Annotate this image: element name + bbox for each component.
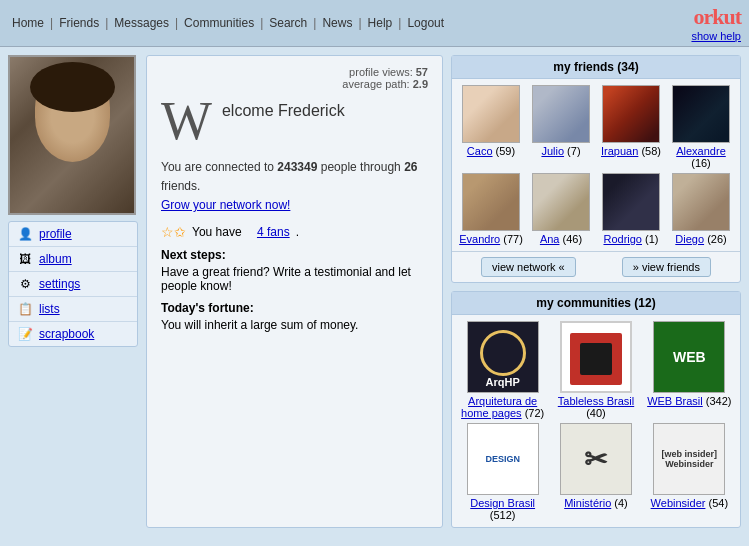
right-panel: my friends (34) Caco (59) Julio (7)	[451, 55, 741, 528]
profile-photo	[8, 55, 136, 215]
logo-area: orkut show help	[691, 4, 741, 42]
friend-count-caco: (59)	[496, 145, 516, 157]
friend-label-rodrigo: Rodrigo (1)	[603, 233, 658, 245]
friend-count-diego: (26)	[707, 233, 727, 245]
fortune-title: Today's fortune:	[161, 301, 428, 315]
friend-link-diego[interactable]: Diego	[675, 233, 704, 245]
friend-count-ana: (46)	[563, 233, 583, 245]
community-logo-webinsider: [web insider] Webinsider	[653, 423, 725, 495]
nav-news[interactable]: News	[318, 16, 356, 30]
friend-label-julio: Julio (7)	[541, 145, 580, 157]
community-count-ministerio: (4)	[614, 497, 627, 509]
w-decorative-letter: W	[161, 94, 212, 148]
friend-cell-caco: Caco (59)	[458, 85, 524, 169]
friend-label-caco: Caco (59)	[467, 145, 515, 157]
grow-network-link[interactable]: Grow your network now!	[161, 198, 290, 212]
friend-cell-evandro: Evandro (77)	[458, 173, 524, 245]
community-logo-ministerio	[560, 423, 632, 495]
profile-views: profile views: 57 average path: 2.9	[342, 66, 428, 90]
fortune-section: Today's fortune: You will inherit a larg…	[161, 301, 428, 332]
show-help-link[interactable]: show help	[691, 30, 741, 42]
view-network-button[interactable]: view network «	[481, 257, 576, 277]
community-link-design[interactable]: Design Brasil	[470, 497, 535, 509]
friend-photo-evandro	[462, 173, 520, 231]
friend-cell-alexandre: Alexandre (16)	[668, 85, 734, 169]
friends-count-badge: (34)	[617, 60, 638, 74]
center-panel: profile views: 57 average path: 2.9 W el…	[146, 55, 443, 528]
friend-link-evandro[interactable]: Evandro	[459, 233, 500, 245]
communities-grid: Arquitetura de home pages (72) Tableless…	[452, 315, 740, 527]
friend-count-julio: (7)	[567, 145, 580, 157]
sidebar-item-lists[interactable]: 📋 lists	[9, 297, 137, 322]
welcome-text: elcome Frederick	[222, 94, 345, 120]
community-cell-arquitetura: Arquitetura de home pages (72)	[458, 321, 547, 419]
nav-logout[interactable]: Logout	[403, 16, 448, 30]
community-label-web: WEB Brasil (342)	[647, 395, 731, 407]
friend-link-alexandre[interactable]: Alexandre	[676, 145, 726, 157]
friend-photo-diego	[672, 173, 730, 231]
community-count-tableless: (40)	[586, 407, 606, 419]
communities-section: my communities (12) Arquitetura de home …	[451, 291, 741, 528]
friend-cell-diego: Diego (26)	[668, 173, 734, 245]
nav-friends[interactable]: Friends	[55, 16, 103, 30]
sidebar-item-settings[interactable]: ⚙ settings	[9, 272, 137, 297]
connection-prefix: You are connected to	[161, 160, 274, 174]
sidebar-item-scrapbook[interactable]: 📝 scrapbook	[9, 322, 137, 346]
friend-label-diego: Diego (26)	[675, 233, 726, 245]
friend-link-ana[interactable]: Ana	[540, 233, 560, 245]
friend-photo-julio	[532, 85, 590, 143]
lists-link[interactable]: lists	[39, 302, 60, 316]
friend-count-irapuan: (58)	[641, 145, 661, 157]
fans-section: ☆✩ You have 4 fans.	[161, 224, 428, 240]
community-logo-web	[653, 321, 725, 393]
communities-header: my communities (12)	[452, 292, 740, 315]
friend-cell-julio: Julio (7)	[528, 85, 594, 169]
community-count-webinsider: (54)	[708, 497, 728, 509]
fans-link[interactable]: 4 fans	[257, 225, 290, 239]
avg-path-value: 2.9	[413, 78, 428, 90]
nav-help[interactable]: Help	[364, 16, 397, 30]
friend-count-rodrigo: (1)	[645, 233, 658, 245]
fortune-text: You will inherit a large sum of money.	[161, 318, 428, 332]
nav-messages[interactable]: Messages	[110, 16, 173, 30]
friend-photo-alexandre	[672, 85, 730, 143]
friends-header: my friends (34)	[452, 56, 740, 79]
friend-link-irapuan[interactable]: Irapuan	[601, 145, 638, 157]
friend-cell-irapuan: Irapuan (58)	[598, 85, 664, 169]
album-icon: 🖼	[17, 251, 33, 267]
fans-prefix: You have	[192, 225, 242, 239]
community-count-design: (512)	[490, 509, 516, 521]
nav-communities[interactable]: Communities	[180, 16, 258, 30]
friend-link-caco[interactable]: Caco	[467, 145, 493, 157]
sidebar-item-profile[interactable]: 👤 profile	[9, 222, 137, 247]
friend-label-evandro: Evandro (77)	[459, 233, 523, 245]
network-buttons: view network « » view friends	[452, 251, 740, 282]
avg-path-label: average path:	[342, 78, 409, 90]
community-cell-tableless: Tableless Brasil (40)	[551, 321, 640, 419]
profile-photo-image	[10, 57, 134, 213]
community-link-webinsider[interactable]: Webinsider	[651, 497, 706, 509]
sidebar-menu: 👤 profile 🖼 album ⚙ settings 📋 lists 📝 s…	[8, 221, 138, 347]
album-link[interactable]: album	[39, 252, 72, 266]
community-logo-arquitetura	[467, 321, 539, 393]
settings-link[interactable]: settings	[39, 277, 80, 291]
scrapbook-link[interactable]: scrapbook	[39, 327, 94, 341]
community-cell-webinsider: [web insider] Webinsider Webinsider (54)	[645, 423, 734, 521]
friend-photo-rodrigo	[602, 173, 660, 231]
community-label-design: Design Brasil (512)	[458, 497, 547, 521]
sidebar-item-album[interactable]: 🖼 album	[9, 247, 137, 272]
profile-icon: 👤	[17, 226, 33, 242]
nav-links: Home | Friends | Messages | Communities …	[8, 16, 448, 30]
friend-count-alexandre: (16)	[691, 157, 711, 169]
nav-home[interactable]: Home	[8, 16, 48, 30]
friend-link-rodrigo[interactable]: Rodrigo	[603, 233, 642, 245]
community-link-ministerio[interactable]: Ministério	[564, 497, 611, 509]
view-friends-button[interactable]: » view friends	[622, 257, 711, 277]
community-link-web[interactable]: WEB Brasil	[647, 395, 703, 407]
profile-link[interactable]: profile	[39, 227, 72, 241]
friend-link-julio[interactable]: Julio	[541, 145, 564, 157]
friends-section: my friends (34) Caco (59) Julio (7)	[451, 55, 741, 283]
nav-search[interactable]: Search	[265, 16, 311, 30]
connection-middle: people through	[321, 160, 401, 174]
community-link-tableless[interactable]: Tableless Brasil	[558, 395, 634, 407]
